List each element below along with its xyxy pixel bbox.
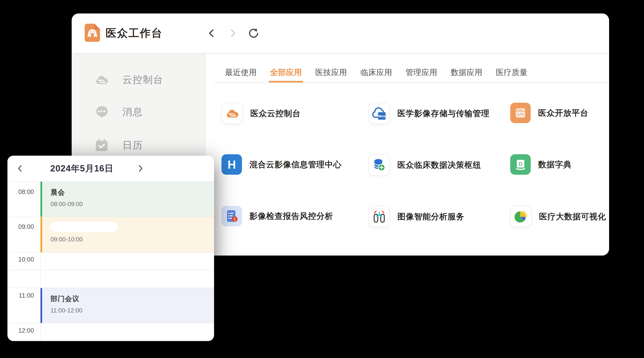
d-glyph: D <box>518 161 522 167</box>
hour-gridline <box>8 252 214 253</box>
code-glyph: </> <box>517 112 524 117</box>
desktop-background: 医众工作台 <box>0 0 644 358</box>
app-label: 医众云控制台 <box>250 108 300 119</box>
hospital-h-icon: H <box>222 154 242 175</box>
time-label: 12:00 <box>8 327 34 334</box>
hour-gridline <box>8 323 214 323</box>
tab-medtech-apps[interactable]: 医技应用 <box>315 67 347 82</box>
refresh-icon <box>248 28 259 38</box>
calendar-next-day-button[interactable] <box>135 163 146 174</box>
app-logo-icon <box>85 24 100 42</box>
sidebar-item-messages[interactable]: 消息 <box>95 105 143 119</box>
time-label: 10:00 <box>8 256 34 263</box>
app-launcher-content: 最近使用 全部应用 医技应用 临床应用 管理应用 数据应用 医疗质量 <box>206 54 609 256</box>
app-cloud-console[interactable]: 医众云控制台 <box>222 103 300 124</box>
app-label: 图像智能分析服务 <box>398 211 464 222</box>
app-label: 医众开放平台 <box>538 108 588 119</box>
app-report-risk-analysis[interactable]: ! 影像检查报告风控分析 <box>222 206 333 226</box>
app-big-data-visualization[interactable]: 医疗大数据可视化 <box>510 206 606 227</box>
app-clinical-data-hub[interactable]: 医众临床数据决策枢纽 <box>368 154 481 176</box>
half-hour-gridline <box>8 270 214 270</box>
app-label: 数据字典 <box>538 159 572 170</box>
tab-data-apps[interactable]: 数据应用 <box>451 67 482 82</box>
tab-clinical-apps[interactable]: 临床应用 <box>360 67 392 82</box>
calendar-day-view: 08:00 09:00 10:00 11:00 12:00 晨会 08:00-0… <box>8 182 214 341</box>
alert-glyph: ! <box>234 217 236 222</box>
redacted-title-pill <box>50 221 118 232</box>
chevron-left-icon <box>206 28 217 38</box>
event-department-meeting[interactable]: 部门会议 11:00-12:00 <box>40 288 214 323</box>
app-label: 混合云影像信息管理中心 <box>250 159 342 170</box>
tab-admin-apps[interactable]: 管理应用 <box>406 67 437 82</box>
event-title: 晨会 <box>50 188 214 197</box>
calendar-date-title: 2024年5月16日 <box>33 156 131 181</box>
dictionary-book-icon: D <box>514 158 527 171</box>
cloud-sliders-icon <box>226 108 239 119</box>
sidebar-item-label: 云控制台 <box>122 73 163 86</box>
chevron-left-icon <box>16 165 24 172</box>
refresh-button[interactable] <box>248 28 259 39</box>
database-plus-icon <box>373 158 386 172</box>
app-data-dictionary[interactable]: D 数据字典 <box>510 154 572 175</box>
pie-chart-icon <box>514 209 528 223</box>
app-hybrid-cloud-imaging[interactable]: H 混合云影像信息管理中心 <box>222 154 342 175</box>
calendar-header: 2024年5月16日 <box>8 156 214 182</box>
cloud-mos-icon: Mos <box>372 107 386 120</box>
tab-recent[interactable]: 最近使用 <box>225 67 256 82</box>
app-image-ai-analysis[interactable]: 图像智能分析服务 <box>368 206 464 227</box>
mos-badge-text: Mos <box>378 114 385 118</box>
cloud-settings-icon <box>95 73 108 86</box>
event-title: 部门会议 <box>50 294 214 304</box>
chevron-right-icon <box>137 165 144 172</box>
event-time: 11:00-12:00 <box>50 307 214 314</box>
tabs-divider <box>214 82 609 83</box>
forward-button[interactable] <box>227 28 238 39</box>
sidebar-item-cloud-console[interactable]: 云控制台 <box>95 72 163 87</box>
message-icon <box>95 105 108 119</box>
code-window-icon: </> <box>514 106 527 119</box>
time-label: 08:00 <box>8 188 34 196</box>
event-time: 09:00-10:00 <box>50 236 214 243</box>
tab-quality[interactable]: 医疗质量 <box>496 67 528 82</box>
sidebar-item-label: 日历 <box>122 139 143 152</box>
app-title: 医众工作台 <box>106 13 163 53</box>
sidebar-item-calendar[interactable]: 日历 <box>95 138 143 153</box>
sidebar-item-label: 消息 <box>122 105 143 119</box>
app-label: 医众临床数据决策枢纽 <box>398 160 481 171</box>
app-imaging-storage[interactable]: Mos 医学影像存储与传输管理 <box>368 103 490 124</box>
lungs-icon <box>372 209 386 223</box>
back-button[interactable] <box>206 28 217 39</box>
chevron-right-icon <box>228 28 238 38</box>
time-label: 11:00 <box>8 292 34 299</box>
event-morning-meeting[interactable]: 晨会 08:00-09:00 <box>40 182 214 217</box>
calendar-prev-day-button[interactable] <box>14 163 26 174</box>
time-label: 09:00 <box>8 223 34 230</box>
h-glyph: H <box>228 158 236 171</box>
browser-nav <box>206 13 259 53</box>
category-tabs: 最近使用 全部应用 医技应用 临床应用 管理应用 数据应用 医疗质量 <box>225 67 528 82</box>
event-time: 08:00-09:00 <box>50 200 214 208</box>
app-label: 医学影像存储与传输管理 <box>398 108 490 119</box>
app-label: 医疗大数据可视化 <box>539 211 606 222</box>
app-label: 影像检查报告风控分析 <box>250 211 333 222</box>
event-redacted[interactable]: 09:00-10:00 <box>40 217 214 252</box>
calendar-panel: 2024年5月16日 08:00 09:00 10:00 11:00 12:00… <box>8 156 214 341</box>
report-alert-icon: ! <box>225 209 238 223</box>
calendar-icon <box>95 139 108 152</box>
tab-all-apps[interactable]: 全部应用 <box>270 67 302 82</box>
window-header: 医众工作台 <box>72 13 609 54</box>
app-open-platform[interactable]: </> 医众开放平台 <box>510 103 588 123</box>
